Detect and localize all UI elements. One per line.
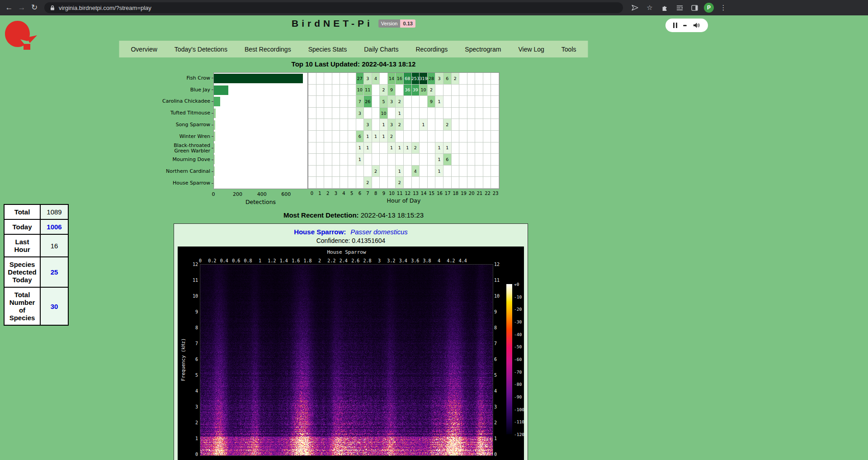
hour-axis-tick: 9 — [380, 191, 388, 196]
heatmap-cell: 1 — [443, 142, 452, 154]
nav-item-tools[interactable]: Tools — [553, 46, 585, 53]
detections-bar-chart — [213, 72, 308, 189]
hour-axis-tick: 19 — [460, 191, 468, 196]
heatmap-cell: 6 — [443, 154, 452, 166]
heatmap-cell — [467, 131, 476, 142]
detection-species-line: House Sparrow:Passer domesticus — [174, 228, 528, 236]
nav-item-spectrogram[interactable]: Spectrogram — [456, 46, 509, 53]
back-icon[interactable]: ← — [3, 1, 15, 14]
volume-icon[interactable] — [693, 22, 700, 28]
seek-handle[interactable] — [683, 25, 687, 26]
nav-item-view-log[interactable]: View Log — [509, 46, 552, 53]
heatmap-cell — [420, 177, 428, 189]
bar-row — [214, 166, 307, 177]
browser-menu-icon[interactable]: ⋮ — [718, 2, 729, 13]
stats-table-body: Total1089Today1006Last Hour16Species Det… — [4, 204, 68, 325]
heatmap-cell — [491, 73, 499, 85]
detection-bar — [214, 166, 215, 176]
reading-list-icon[interactable] — [674, 2, 685, 13]
heatmap-cell — [483, 177, 491, 189]
spectrogram-xtick: 2.4 — [340, 258, 348, 263]
stats-row: Today1006 — [4, 219, 68, 234]
heatmap-cell — [443, 85, 452, 96]
heatmap-cell: 1 — [372, 131, 380, 142]
heatmap-cell: 319 — [420, 73, 428, 85]
colorbar-tick: -120 — [514, 432, 524, 437]
heatmap-axis-title: Hour of Day — [308, 197, 500, 204]
bar-axis-tick: 400 — [257, 191, 267, 197]
send-icon[interactable] — [629, 2, 640, 13]
nav-item-overview[interactable]: Overview — [122, 46, 165, 53]
profile-avatar[interactable]: P — [704, 3, 714, 13]
heatmap-cell — [308, 154, 316, 166]
heatmap-cell — [467, 73, 476, 85]
hour-axis-tick: 20 — [467, 191, 476, 196]
heatmap-cell — [332, 177, 340, 189]
heatmap-cell — [404, 119, 412, 131]
heatmap-cell — [452, 142, 460, 154]
spectrogram-ytick: 2 — [494, 420, 508, 425]
heatmap-cell — [483, 142, 491, 154]
forward-icon[interactable]: → — [15, 1, 28, 14]
spectrogram-xtick: 2.8 — [363, 258, 372, 263]
heatmap-cell: 68 — [404, 73, 412, 85]
heatmap-cell: 2 — [388, 131, 396, 142]
birdnetpi-logo[interactable] — [4, 20, 37, 50]
heatmap-cell: 4 — [412, 166, 420, 177]
heatmap-cell — [467, 177, 476, 189]
heatmap-cell — [372, 108, 380, 119]
stat-value[interactable]: 30 — [40, 287, 68, 325]
url-text[interactable]: virginia.birdnetpi.com/?stream=play — [59, 5, 151, 11]
heatmap-cell: 1 — [356, 154, 364, 166]
heatmap-cell — [467, 119, 476, 131]
heatmap-cell — [308, 166, 316, 177]
heatmap-cell — [380, 73, 388, 85]
toolbar-icons: ☆ P ⋮ — [629, 2, 729, 13]
hour-axis-tick: 7 — [364, 191, 372, 196]
heatmap-cell — [475, 73, 483, 85]
nav-item-recordings[interactable]: Recordings — [407, 46, 457, 53]
heatmap-cell: 28 — [428, 73, 436, 85]
heatmap-cell: 2 — [452, 73, 460, 85]
address-bar[interactable]: virginia.birdnetpi.com/?stream=play — [44, 2, 623, 13]
nav-item-best-recordings[interactable]: Best Recordings — [236, 46, 300, 53]
heatmap-cell — [308, 142, 316, 154]
audio-player[interactable] — [665, 19, 708, 32]
stat-value[interactable]: 1006 — [40, 219, 68, 234]
bookmark-star-icon[interactable]: ☆ — [644, 2, 655, 13]
nav-item-daily-charts[interactable]: Daily Charts — [355, 46, 407, 53]
extensions-puzzle-icon[interactable] — [659, 2, 670, 13]
nav-item-species-stats[interactable]: Species Stats — [300, 46, 356, 53]
spectrogram-xtick: 0.8 — [244, 258, 252, 263]
heatmap-cell — [396, 131, 404, 142]
stats-row: Total1089 — [4, 204, 68, 219]
stats-row: Last Hour16 — [4, 234, 68, 257]
heatmap-cell: 2 — [412, 142, 420, 154]
recent-detection-card: House Sparrow:Passer domesticus Confiden… — [174, 223, 528, 460]
heatmap-cell — [475, 96, 483, 108]
spectrogram-ylabel: Frequency (kHz) — [180, 338, 186, 381]
heatmap-cell — [332, 166, 340, 177]
heatmap-cell — [435, 119, 443, 131]
heatmap-cell: 1 — [396, 108, 404, 119]
detection-common-name[interactable]: House Sparrow: — [294, 228, 346, 236]
detection-confidence: Confidence: 0.41351604 — [174, 237, 528, 244]
lock-icon — [50, 5, 55, 11]
hour-axis-tick: 14 — [420, 191, 428, 196]
heatmap-cell: 1 — [356, 142, 364, 154]
heatmap-cell — [459, 177, 467, 189]
side-panel-icon[interactable] — [689, 2, 700, 13]
hour-axis-tick: 15 — [428, 191, 436, 196]
heatmap-cell — [475, 119, 483, 131]
heatmap-cell — [324, 85, 332, 96]
nav-item-today-s-detections[interactable]: Today's Detections — [166, 46, 236, 53]
pause-icon[interactable] — [673, 23, 677, 28]
stat-value[interactable]: 25 — [40, 257, 68, 287]
heatmap-cell — [404, 154, 412, 166]
heatmap-cell — [420, 96, 428, 108]
heatmap-cell: 2 — [396, 119, 404, 131]
heatmap-cell — [308, 108, 316, 119]
reload-icon[interactable]: ↻ — [28, 1, 41, 14]
heatmap-cell — [316, 85, 325, 96]
heatmap-cell — [483, 131, 491, 142]
